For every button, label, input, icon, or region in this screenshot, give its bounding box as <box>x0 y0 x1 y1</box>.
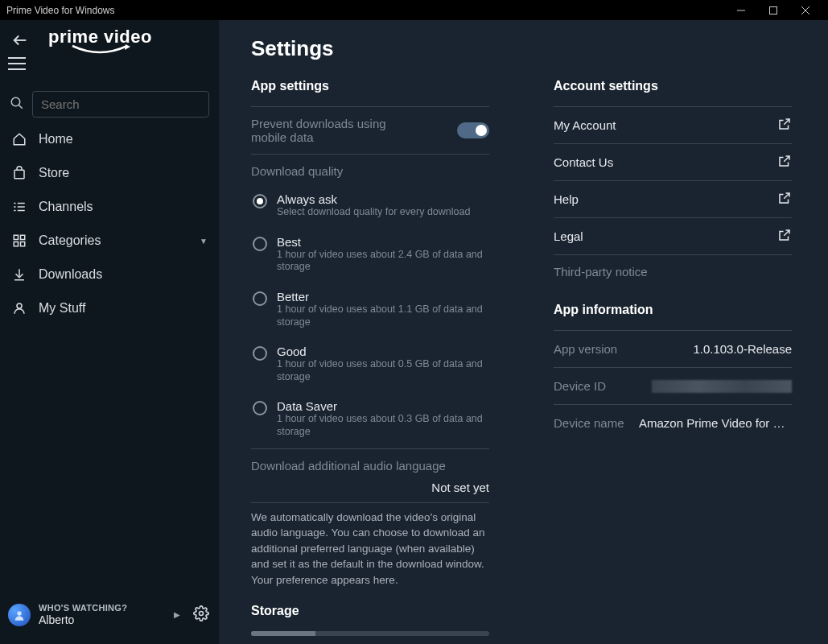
quality-option-good[interactable]: Good 1 hour of video uses about 0.5 GB o… <box>251 338 489 393</box>
profile-switcher[interactable]: WHO'S WATCHING? Alberto ▶ <box>0 595 219 638</box>
radio-icon <box>253 237 267 251</box>
device-name-label: Device name <box>554 416 624 430</box>
svg-line-25 <box>784 119 789 125</box>
download-icon <box>11 267 27 282</box>
svg-rect-1 <box>770 6 777 14</box>
window-title: Prime Video for Windows <box>6 5 725 16</box>
device-id-redacted <box>652 380 792 393</box>
back-button[interactable] <box>8 28 32 56</box>
smile-icon <box>68 44 132 57</box>
quality-option-always-ask[interactable]: Always ask Select download quality for e… <box>251 186 489 229</box>
option-title: Good <box>277 345 489 358</box>
audio-lang-title: Download additional audio language <box>251 449 489 481</box>
prevent-mobile-toggle[interactable] <box>457 122 489 138</box>
avatar <box>8 604 31 626</box>
storage-fill <box>251 631 315 636</box>
device-id-label: Device ID <box>554 379 606 393</box>
link-label: My Account <box>554 118 616 132</box>
page-title: Settings <box>251 36 796 61</box>
link-label: Help <box>554 192 579 206</box>
whos-watching-label: WHO'S WATCHING? <box>39 603 127 613</box>
prevent-mobile-row: Prevent downloads using mobile data <box>251 107 489 154</box>
device-id-row: Device ID <box>554 368 792 404</box>
svg-point-8 <box>11 97 20 106</box>
radio-icon <box>253 346 267 361</box>
option-title: Always ask <box>277 192 470 206</box>
device-name-row: Device name Amazon Prime Video for Windo… <box>554 405 792 441</box>
svg-point-24 <box>200 611 204 615</box>
menu-button[interactable] <box>8 56 26 74</box>
link-label: Legal <box>554 229 583 243</box>
chevron-right-icon: ▶ <box>174 610 180 619</box>
external-link-icon <box>777 228 792 245</box>
option-desc: 1 hour of video uses about 1.1 GB of dat… <box>277 303 489 328</box>
app-version-label: App version <box>554 342 617 356</box>
option-title: Best <box>277 235 489 249</box>
list-icon <box>11 200 27 214</box>
account-settings-column: Account settings My Account Contact Us H… <box>554 79 792 644</box>
third-party-notice-link[interactable]: Third-party notice <box>554 255 792 288</box>
download-quality-title: Download quality <box>251 155 489 186</box>
storage-bar <box>251 631 489 636</box>
option-desc: Select download quality for every downlo… <box>277 206 470 219</box>
audio-lang-description: We automatically download the video's or… <box>251 503 489 605</box>
sidebar-item-home[interactable]: Home <box>0 122 219 156</box>
maximize-button[interactable] <box>757 0 789 20</box>
external-link-icon <box>777 117 792 134</box>
sidebar: prime video Home Store Channels <box>0 20 219 644</box>
account-settings-title: Account settings <box>554 79 792 93</box>
sidebar-item-store[interactable]: Store <box>0 156 219 190</box>
svg-rect-18 <box>21 235 25 239</box>
app-settings-title: App settings <box>251 79 489 93</box>
svg-line-27 <box>784 193 789 199</box>
option-desc: 1 hour of video uses about 0.3 GB of dat… <box>277 413 489 438</box>
account-link-my-account[interactable]: My Account <box>554 107 792 143</box>
search-input[interactable] <box>32 91 209 118</box>
settings-button[interactable] <box>193 605 209 625</box>
option-title: Data Saver <box>277 399 489 413</box>
home-icon <box>11 132 27 147</box>
sidebar-item-mystuff[interactable]: My Stuff <box>0 291 219 325</box>
sidebar-item-label: Store <box>39 166 69 180</box>
device-name-value: Amazon Prime Video for Windows <box>639 416 792 430</box>
minimize-button[interactable] <box>725 0 757 20</box>
sidebar-item-channels[interactable]: Channels <box>0 190 219 224</box>
quality-option-best[interactable]: Best 1 hour of video uses about 2.4 GB o… <box>251 229 489 283</box>
quality-option-better[interactable]: Better 1 hour of video uses about 1.1 GB… <box>251 283 489 338</box>
external-link-icon <box>777 154 792 171</box>
close-button[interactable] <box>789 0 822 20</box>
sidebar-item-categories[interactable]: Categories ▼ <box>0 224 219 258</box>
sidebar-item-label: Downloads <box>39 267 102 282</box>
svg-point-23 <box>17 611 21 615</box>
prime-video-logo: prime video <box>48 27 152 57</box>
svg-rect-19 <box>14 242 18 246</box>
sidebar-item-label: Home <box>39 132 73 147</box>
bag-icon <box>11 166 27 180</box>
main-content: Settings App settings Prevent downloads … <box>219 20 828 644</box>
person-icon <box>11 301 27 316</box>
link-label: Contact Us <box>554 155 613 169</box>
audio-lang-value[interactable]: Not set yet <box>251 481 489 502</box>
titlebar: Prime Video for Windows <box>0 0 828 20</box>
sidebar-item-downloads[interactable]: Downloads <box>0 258 219 291</box>
storage-title: Storage <box>251 604 489 618</box>
grid-icon <box>11 233 27 248</box>
app-version-row: App version 1.0.103.0-Release <box>554 331 792 367</box>
account-link-legal[interactable]: Legal <box>554 218 792 254</box>
radio-icon <box>253 194 267 208</box>
option-desc: 1 hour of video uses about 0.5 GB of dat… <box>277 358 489 383</box>
svg-point-22 <box>17 303 22 308</box>
svg-line-28 <box>784 230 789 236</box>
svg-rect-20 <box>21 242 25 246</box>
svg-line-26 <box>784 156 789 162</box>
quality-option-data-saver[interactable]: Data Saver 1 hour of video uses about 0.… <box>251 393 489 448</box>
account-link-help[interactable]: Help <box>554 181 792 217</box>
search-icon <box>10 96 24 114</box>
svg-rect-10 <box>14 170 24 179</box>
account-link-contact-us[interactable]: Contact Us <box>554 144 792 180</box>
external-link-icon <box>777 191 792 208</box>
radio-icon <box>253 401 267 415</box>
radio-icon <box>253 291 267 306</box>
link-label: Third-party notice <box>554 265 648 279</box>
prevent-mobile-label: Prevent downloads using mobile data <box>251 117 412 144</box>
